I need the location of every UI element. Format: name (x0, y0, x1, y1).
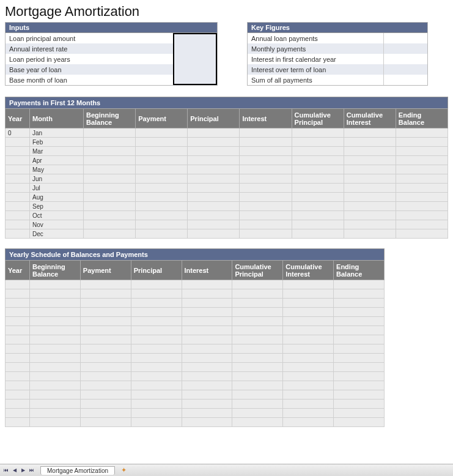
cell[interactable] (283, 280, 334, 289)
cell[interactable] (131, 372, 182, 381)
cell[interactable] (80, 390, 131, 400)
cell[interactable] (334, 344, 385, 354)
cell[interactable] (136, 229, 188, 239)
cell[interactable] (80, 335, 131, 344)
cell-month[interactable]: Aug (30, 193, 84, 202)
cell[interactable] (240, 184, 292, 193)
cell[interactable] (136, 138, 188, 147)
cell[interactable] (344, 147, 396, 156)
cell[interactable] (188, 165, 240, 174)
cell[interactable] (182, 335, 232, 344)
cell[interactable] (6, 354, 30, 363)
cell[interactable] (232, 317, 283, 326)
cell-month[interactable]: Oct (30, 211, 84, 220)
cell[interactable] (283, 289, 334, 299)
cell[interactable] (283, 317, 334, 326)
new-sheet-icon[interactable]: ✦ (117, 466, 130, 474)
cell[interactable] (188, 193, 240, 202)
cell[interactable] (232, 344, 283, 354)
cell[interactable] (292, 229, 344, 239)
nav-prev-icon[interactable]: ◀ (11, 466, 18, 475)
cell[interactable] (334, 317, 385, 326)
cell[interactable] (232, 363, 283, 372)
cell[interactable] (232, 400, 283, 409)
cell[interactable] (6, 299, 30, 308)
cell[interactable] (344, 128, 396, 138)
cell[interactable] (232, 289, 283, 299)
cell-month[interactable]: Dec (30, 229, 84, 239)
cell[interactable] (334, 363, 385, 372)
cell[interactable] (188, 174, 240, 184)
cell[interactable] (136, 128, 188, 138)
cell[interactable] (396, 202, 447, 211)
cell[interactable] (30, 317, 81, 326)
cell[interactable] (131, 390, 182, 400)
cell[interactable] (232, 372, 283, 381)
cell[interactable] (80, 354, 131, 363)
cell[interactable] (84, 193, 136, 202)
cell[interactable] (80, 308, 131, 317)
cell[interactable] (131, 344, 182, 354)
cell-year[interactable] (6, 174, 30, 184)
cell[interactable] (396, 211, 447, 220)
cell[interactable] (30, 299, 81, 308)
input-cell-basemonth[interactable] (173, 75, 217, 85)
cell[interactable] (334, 308, 385, 317)
cell-month[interactable]: Jan (30, 128, 84, 138)
cell[interactable] (6, 418, 30, 427)
cell[interactable] (80, 418, 131, 427)
sheet-tab[interactable]: Mortgage Amortization (40, 466, 115, 475)
cell[interactable] (6, 289, 30, 299)
cell[interactable] (292, 202, 344, 211)
cell[interactable] (80, 400, 131, 409)
cell[interactable] (344, 174, 396, 184)
cell[interactable] (188, 147, 240, 156)
cell[interactable] (30, 363, 81, 372)
cell[interactable] (396, 147, 447, 156)
cell[interactable] (84, 174, 136, 184)
cell[interactable] (131, 308, 182, 317)
cell[interactable] (80, 289, 131, 299)
cell[interactable] (334, 280, 385, 289)
input-cell-period[interactable] (173, 54, 217, 64)
cell[interactable] (188, 128, 240, 138)
cell[interactable] (292, 211, 344, 220)
cell[interactable] (182, 363, 232, 372)
cell[interactable] (240, 147, 292, 156)
cell[interactable] (131, 354, 182, 363)
cell[interactable] (396, 229, 447, 239)
cell[interactable] (80, 363, 131, 372)
cell[interactable] (232, 390, 283, 400)
cell[interactable] (84, 202, 136, 211)
cell[interactable] (80, 280, 131, 289)
cell[interactable] (80, 317, 131, 326)
cell[interactable] (182, 372, 232, 381)
cell[interactable] (131, 317, 182, 326)
cell[interactable] (182, 289, 232, 299)
cell[interactable] (396, 128, 447, 138)
cell[interactable] (344, 184, 396, 193)
cell[interactable] (182, 317, 232, 326)
cell[interactable] (84, 165, 136, 174)
cell[interactable] (84, 211, 136, 220)
cell[interactable] (283, 308, 334, 317)
cell[interactable] (334, 335, 385, 344)
cell[interactable] (6, 344, 30, 354)
cell[interactable] (283, 409, 334, 418)
cell-month[interactable]: Nov (30, 220, 84, 229)
cell[interactable] (84, 147, 136, 156)
cell[interactable] (283, 381, 334, 390)
cell[interactable] (6, 390, 30, 400)
cell[interactable] (283, 299, 334, 308)
cell[interactable] (240, 174, 292, 184)
cell[interactable] (80, 326, 131, 335)
cell[interactable] (182, 409, 232, 418)
cell[interactable] (232, 409, 283, 418)
cell-year[interactable] (6, 138, 30, 147)
cell-month[interactable]: Jun (30, 174, 84, 184)
cell[interactable] (292, 174, 344, 184)
cell[interactable] (6, 409, 30, 418)
cell[interactable] (232, 299, 283, 308)
cell[interactable] (283, 326, 334, 335)
nav-last-icon[interactable]: ⏭ (28, 466, 35, 475)
